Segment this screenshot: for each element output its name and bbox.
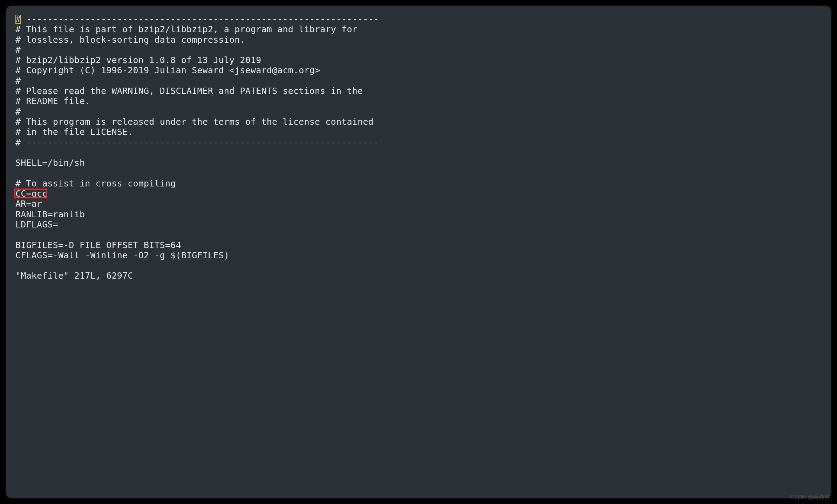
code-line: BIGFILES=-D_FILE_OFFSET_BITS=64 — [15, 240, 822, 250]
code-line: # — [15, 45, 822, 55]
code-line: LDFLAGS= — [15, 219, 822, 230]
code-line: # --------------------------------------… — [15, 137, 822, 148]
code-line: # README file. — [15, 96, 822, 106]
status-line: "Makefile" 217L, 6297C — [15, 271, 822, 281]
code-line: # Please read the WARNING, DISCLAIMER an… — [15, 86, 822, 96]
code-line: # bzip2/libbzip2 version 1.0.8 of 13 Jul… — [15, 55, 822, 65]
code-line: # — [15, 107, 822, 117]
code-line: SHELL=/bin/sh — [15, 158, 822, 168]
cursor: # — [15, 14, 21, 24]
code-line: # This program is released under the ter… — [15, 117, 822, 127]
watermark: CSDN @禹鼎侠 — [790, 494, 830, 501]
code-line: RANLIB=ranlib — [15, 209, 822, 219]
code-line — [15, 230, 822, 240]
code-line: # — [15, 76, 822, 86]
terminal-window[interactable]: # --------------------------------------… — [6, 6, 831, 498]
code-line: # in the file LICENSE. — [15, 127, 822, 137]
code-line: # lossless, block-sorting data compressi… — [15, 35, 822, 45]
code-line: CFLAGS=-Wall -Winline -O2 -g $(BIGFILES) — [15, 250, 822, 260]
code-line-highlighted: CC=gcc — [15, 189, 822, 199]
code-line — [15, 168, 822, 178]
code-line: AR=ar — [15, 199, 822, 209]
code-line: # Copyright (C) 1996-2019 Julian Seward … — [15, 65, 822, 75]
code-line: # To assist in cross-compiling — [15, 178, 822, 189]
editor-content[interactable]: # --------------------------------------… — [15, 14, 822, 281]
code-line: # --------------------------------------… — [15, 14, 822, 24]
code-line: # This file is part of bzip2/libbzip2, a… — [15, 24, 822, 34]
code-line — [15, 260, 822, 271]
code-line — [15, 148, 822, 158]
